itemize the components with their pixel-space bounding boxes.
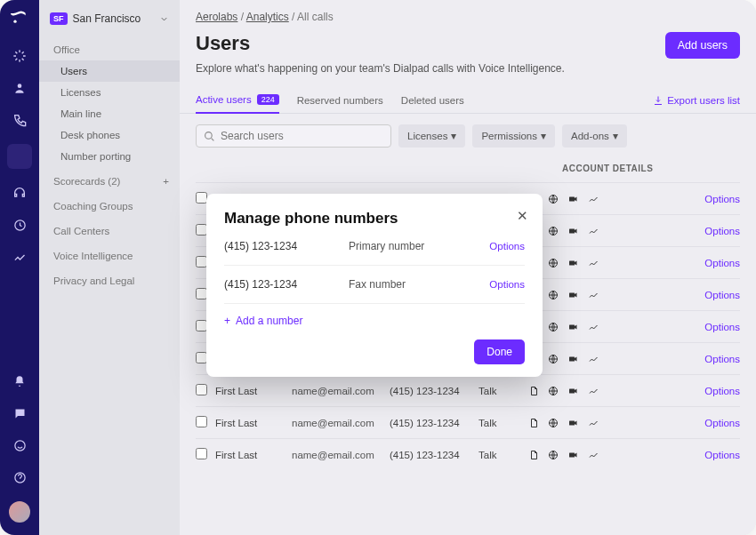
row-options-link[interactable]: Options [617, 226, 740, 236]
filter-licenses[interactable]: Licenses ▾ [398, 124, 465, 148]
sidebar: SF San Francisco Office Users Licenses M… [39, 0, 180, 535]
trend-icon [588, 418, 599, 428]
cell-email: name@email.com [292, 418, 390, 428]
globe-icon [548, 450, 559, 460]
sidebar-item-callcenters[interactable]: Call Centers [39, 217, 180, 242]
search-input[interactable] [221, 130, 383, 142]
sidebar-item-mainline[interactable]: Main line [39, 103, 180, 124]
sidebar-item-users[interactable]: Users [39, 60, 180, 82]
globe-icon [548, 354, 559, 364]
smile-icon[interactable] [12, 437, 28, 453]
analytics-icon[interactable] [12, 249, 28, 265]
svg-rect-23 [569, 452, 575, 457]
phone-options-link[interactable]: Options [489, 279, 525, 290]
help-icon[interactable] [12, 469, 28, 485]
svg-rect-21 [569, 420, 575, 425]
sidebar-item-scorecards[interactable]: Scorecards (2) + [39, 167, 180, 192]
row-checkbox[interactable] [196, 448, 207, 459]
caret-down-icon: ▾ [451, 130, 456, 142]
export-users-link[interactable]: Export users list [653, 95, 740, 106]
video-icon [567, 354, 579, 364]
row-options-link[interactable]: Options [617, 450, 740, 460]
cell-phone: (415) 123-1234 [390, 450, 479, 460]
filter-permissions[interactable]: Permissions ▾ [472, 124, 555, 148]
modal-title: Manage phone numbers [224, 210, 525, 228]
done-button[interactable]: Done [474, 339, 525, 364]
row-options-link[interactable]: Options [617, 354, 740, 364]
download-icon [653, 95, 664, 106]
page-subtitle: Explore what's happening on your team's … [180, 62, 756, 87]
phone-options-link[interactable]: Options [489, 241, 525, 252]
cell-email: name@email.com [292, 450, 390, 460]
user-icon[interactable] [12, 80, 28, 96]
headset-icon[interactable] [12, 185, 28, 201]
video-icon [567, 194, 579, 204]
clock-icon[interactable] [12, 217, 28, 233]
svg-point-0 [13, 20, 16, 23]
globe-icon [548, 386, 559, 396]
row-checkbox[interactable] [196, 416, 207, 427]
cell-name: First Last [215, 386, 292, 396]
tab-reserved[interactable]: Reserved numbers [297, 87, 383, 113]
sparkle-icon[interactable] [12, 48, 28, 64]
row-options-link[interactable]: Options [617, 418, 740, 428]
search-input-wrap[interactable] [196, 124, 391, 148]
nav-active-icon[interactable] [7, 144, 32, 169]
breadcrumb-aerolabs[interactable]: Aerolabs [196, 11, 237, 23]
sidebar-item-privacy[interactable]: Privacy and Legal [39, 267, 180, 291]
caret-down-icon: ▾ [541, 130, 546, 142]
row-options-link[interactable]: Options [617, 258, 740, 268]
tab-active-label: Active users [196, 94, 252, 105]
sidebar-item-numberporting[interactable]: Number porting [39, 146, 180, 167]
row-options-link[interactable]: Options [617, 194, 740, 204]
add-number-link[interactable]: + Add a number [224, 304, 525, 332]
row-options-link[interactable]: Options [617, 290, 740, 300]
sidebar-scorecards-label: Scorecards (2) [53, 176, 120, 187]
trend-icon [588, 386, 599, 396]
phone-row: (415) 123-1234 Fax number Options [224, 266, 525, 304]
row-checkbox[interactable] [196, 384, 207, 395]
globe-icon [548, 290, 559, 300]
video-icon [567, 226, 579, 236]
cell-email: name@email.com [292, 386, 390, 396]
breadcrumb: Aerolabs / Analytics / All calls [180, 0, 756, 23]
phone-number: (415) 123-1234 [224, 278, 349, 291]
phone-type: Fax number [349, 278, 489, 291]
breadcrumb-analytics[interactable]: Analytics [246, 11, 289, 23]
tab-active-users[interactable]: Active users 224 [196, 87, 279, 114]
trend-icon [588, 322, 599, 332]
globe-icon [548, 418, 559, 428]
phone-icon[interactable] [12, 112, 28, 128]
workspace-switcher[interactable]: SF San Francisco [39, 9, 180, 36]
globe-icon [548, 258, 559, 268]
manage-phone-modal: Manage phone numbers ✕ (415) 123-1234 Pr… [206, 194, 543, 377]
sidebar-item-coaching[interactable]: Coaching Groups [39, 192, 180, 217]
sidebar-item-licenses[interactable]: Licenses [39, 82, 180, 103]
close-icon[interactable]: ✕ [517, 208, 528, 224]
search-icon [204, 131, 215, 142]
tab-deleted[interactable]: Deleted users [401, 87, 464, 113]
filter-addons[interactable]: Add-ons ▾ [562, 124, 627, 148]
sidebar-header-office: Office [39, 36, 180, 60]
video-icon [567, 450, 579, 460]
row-options-link[interactable]: Options [617, 322, 740, 332]
table-row: First Last name@email.com (415) 123-1234… [196, 438, 740, 470]
sidebar-item-deskphones[interactable]: Desk phones [39, 124, 180, 146]
row-options-link[interactable]: Options [617, 386, 740, 396]
chat-icon[interactable] [12, 405, 28, 421]
video-icon [567, 258, 579, 268]
globe-icon [548, 322, 559, 332]
bell-icon[interactable] [12, 373, 28, 389]
phone-type: Primary number [349, 240, 489, 252]
trend-icon [588, 194, 599, 204]
active-count-badge: 224 [257, 94, 279, 105]
workspace-name: San Francisco [73, 12, 154, 25]
plus-icon[interactable]: + [163, 176, 169, 187]
avatar[interactable] [9, 501, 30, 523]
trend-icon [588, 290, 599, 300]
sidebar-item-vi[interactable]: Voice Intelligence [39, 242, 180, 267]
cell-name: First Last [215, 418, 292, 428]
add-users-button[interactable]: Add users [665, 32, 740, 59]
workspace-badge: SF [50, 12, 68, 25]
svg-rect-13 [569, 292, 575, 297]
